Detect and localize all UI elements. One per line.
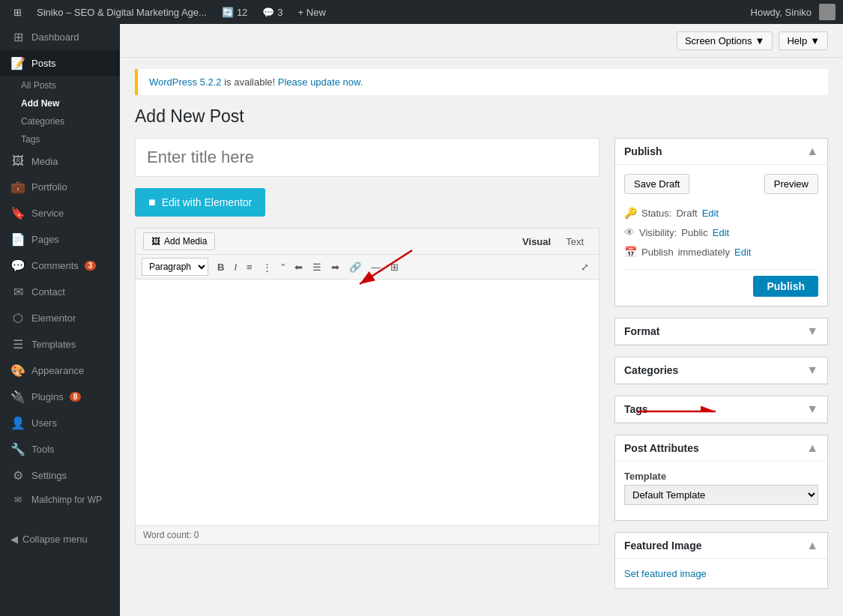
settings-icon: ⚙ xyxy=(10,468,25,483)
ordered-list-btn[interactable]: ⋮ xyxy=(259,259,276,275)
admin-bar-updates[interactable]: 🔄 12 xyxy=(216,0,253,24)
publish-action-buttons: Save Draft Preview xyxy=(624,174,818,194)
sidebar-item-appearance[interactable]: 🎨 Appearance xyxy=(0,357,120,384)
editor-footer: Word count: 0 xyxy=(135,526,599,545)
sidebar-item-media[interactable]: 🖼 Media xyxy=(0,148,120,174)
sidebar-item-dashboard[interactable]: ⊞ Dashboard xyxy=(0,24,120,50)
visibility-label: Visibility: xyxy=(639,227,677,238)
add-media-label: Add Media xyxy=(164,236,207,247)
template-label: Template xyxy=(624,471,818,482)
sidebar-item-elementor[interactable]: ⬡ Elementor xyxy=(0,305,120,331)
edit-with-elementor-btn[interactable]: ■ Edit with Elementor xyxy=(135,188,265,217)
comments-badge: 3 xyxy=(85,261,97,271)
sidebar-subitem-tags[interactable]: Tags xyxy=(21,130,120,148)
sidebar-item-mailchimp[interactable]: ✉ Mailchimp for WP xyxy=(0,489,120,511)
featured-image-header[interactable]: Featured Image ▲ xyxy=(615,533,827,559)
visibility-value: Public xyxy=(681,227,707,238)
table-btn[interactable]: ⊞ xyxy=(387,259,402,275)
sidebar-item-tools[interactable]: 🔧 Tools xyxy=(0,436,120,462)
admin-bar-site-icon[interactable]: ⊞ xyxy=(7,0,28,24)
add-media-btn[interactable]: 🖼 Add Media xyxy=(143,232,215,250)
visibility-edit-link[interactable]: Edit xyxy=(713,227,729,238)
add-media-icon: 🖼 xyxy=(151,236,160,247)
categories-metabox-header[interactable]: Categories ▼ xyxy=(615,357,827,384)
link-btn[interactable]: 🔗 xyxy=(345,259,365,275)
editor-toolbar-top: 🖼 Add Media Visual Text xyxy=(135,228,599,254)
user-avatar xyxy=(819,4,836,20)
admin-bar-new[interactable]: + New xyxy=(292,0,332,24)
tags-metabox-header[interactable]: Tags ▼ xyxy=(615,396,827,423)
updates-count: 12 xyxy=(237,7,247,18)
align-left-btn[interactable]: ⬅ xyxy=(291,259,306,275)
sidebar-item-settings[interactable]: ⚙ Settings xyxy=(0,462,120,489)
unordered-list-btn[interactable]: ≡ xyxy=(243,259,256,275)
sidebar-subitem-categories[interactable]: Categories xyxy=(21,112,120,130)
publish-btn[interactable]: Publish xyxy=(753,276,818,297)
status-label: Status: xyxy=(641,208,671,219)
dashboard-icon: ⊞ xyxy=(10,30,25,44)
wp-version-link[interactable]: WordPress 5.2.2 xyxy=(149,76,222,88)
post-attributes-header[interactable]: Post Attributes ▲ xyxy=(615,435,827,462)
sidebar-item-label: Mailchimp for WP xyxy=(31,495,102,505)
sidebar-item-pages[interactable]: 📄 Pages xyxy=(0,226,120,253)
more-btn[interactable]: — xyxy=(367,259,384,275)
italic-btn[interactable]: I xyxy=(230,259,241,275)
notification-bar: WordPress 5.2.2 is available! Please upd… xyxy=(135,69,828,95)
sidebar-subitem-all-posts[interactable]: All Posts xyxy=(21,76,120,94)
admin-bar: ⊞ Siniko – SEO & Digital Marketing Age..… xyxy=(0,0,843,24)
publish-time-edit-link[interactable]: Edit xyxy=(734,247,751,258)
sidebar-item-plugins[interactable]: 🔌 Plugins 8 xyxy=(0,384,120,410)
sidebar-subitem-add-new[interactable]: Add New xyxy=(21,94,120,112)
sidebar-item-portfolio[interactable]: 💼 Portfolio xyxy=(0,174,120,200)
tags-metabox-title: Tags xyxy=(624,403,648,415)
wp-logo-icon: ⊞ xyxy=(13,7,22,18)
screen-options-chevron: ▼ xyxy=(755,35,765,46)
plugins-icon: 🔌 xyxy=(10,390,25,404)
template-select[interactable]: Default Template xyxy=(624,485,818,505)
sidebar-item-comments[interactable]: 💬 Comments 3 xyxy=(0,253,120,279)
tab-text[interactable]: Text xyxy=(558,233,591,250)
sidebar-item-service[interactable]: 🔖 Service xyxy=(0,200,120,226)
publish-time-value: immediately xyxy=(678,247,730,258)
help-btn[interactable]: Help ▼ xyxy=(779,31,828,50)
admin-bar-site-name[interactable]: Siniko – SEO & Digital Marketing Age... xyxy=(31,0,213,24)
template-row: Template Default Template xyxy=(624,471,818,505)
format-metabox-header[interactable]: Format ▼ xyxy=(615,318,827,345)
tab-visual[interactable]: Visual xyxy=(515,233,558,250)
update-link[interactable]: Please update now. xyxy=(278,76,363,88)
fullscreen-btn[interactable]: ⤢ xyxy=(577,259,593,275)
users-icon: 👤 xyxy=(10,416,25,430)
sidebar-item-templates[interactable]: ☰ Templates xyxy=(0,331,120,357)
editor-body[interactable] xyxy=(135,279,599,526)
post-attributes-toggle: ▲ xyxy=(806,441,818,455)
sidebar-item-posts[interactable]: 📝 Posts xyxy=(0,50,120,76)
help-chevron: ▼ xyxy=(810,35,820,46)
publish-metabox-header[interactable]: Publish ▲ xyxy=(615,139,827,165)
post-attributes-body: Template Default Template xyxy=(615,462,827,520)
posts-icon: 📝 xyxy=(10,56,25,70)
sidebar-item-label: Plugins xyxy=(31,391,64,402)
service-icon: 🔖 xyxy=(10,206,25,220)
post-title-input[interactable] xyxy=(135,138,599,177)
plugins-badge: 8 xyxy=(70,392,82,402)
align-right-btn[interactable]: ➡ xyxy=(327,259,343,275)
sidebar-item-contact[interactable]: ✉ Contact xyxy=(0,279,120,305)
save-draft-btn[interactable]: Save Draft xyxy=(624,174,689,194)
status-icon: 🔑 xyxy=(624,207,637,219)
editor-format-toolbar: Paragraph B I ≡ ⋮ " ⬅ ☰ ➡ 🔗 — ⊞ ⤢ xyxy=(135,254,599,279)
sidebar-item-users[interactable]: 👤 Users xyxy=(0,410,120,436)
collapse-menu-btn[interactable]: ◀ Collapse menu xyxy=(0,526,120,552)
align-center-btn[interactable]: ☰ xyxy=(309,259,325,275)
preview-btn[interactable]: Preview xyxy=(764,174,818,194)
contact-icon: ✉ xyxy=(10,285,25,299)
set-featured-image-link[interactable]: Set featured image xyxy=(624,568,707,579)
bold-btn[interactable]: B xyxy=(214,259,228,275)
admin-bar-comments[interactable]: 💬 3 xyxy=(256,0,288,24)
blockquote-btn[interactable]: " xyxy=(278,259,289,275)
publish-metabox: Publish ▲ Save Draft Preview 🔑 Status: D… xyxy=(614,138,828,307)
screen-options-label: Screen Options xyxy=(685,35,752,46)
sidebar-item-label: Comments xyxy=(31,260,79,271)
screen-options-btn[interactable]: Screen Options ▼ xyxy=(677,31,773,50)
status-edit-link[interactable]: Edit xyxy=(702,208,719,219)
paragraph-select[interactable]: Paragraph xyxy=(142,258,208,276)
